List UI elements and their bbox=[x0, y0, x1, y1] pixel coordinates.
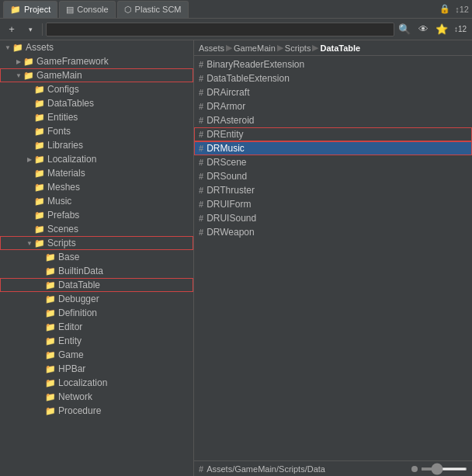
file-item-drmusic[interactable]: #DRMusic bbox=[194, 141, 472, 155]
status-slider bbox=[411, 466, 467, 472]
tree-label: Localization bbox=[47, 154, 96, 165]
file-item-drarmor[interactable]: #DRArmor bbox=[194, 99, 472, 113]
toolbar: + ▾ 🔍 👁 ⭐ ↕12 bbox=[0, 19, 472, 40]
tree-item-datatable[interactable]: 📁DataTable bbox=[0, 278, 193, 292]
lock-icon[interactable]: 🔒 bbox=[439, 4, 450, 14]
tree-item-localization[interactable]: ▶📁Localization bbox=[0, 152, 193, 166]
folder-icon: 📁 bbox=[23, 71, 34, 81]
tree-label: Definition bbox=[58, 307, 97, 318]
tree-label: DataTables bbox=[47, 98, 94, 109]
tree-item-base[interactable]: 📁Base bbox=[0, 250, 193, 264]
tree-item-gamemain[interactable]: ▼📁GameMain bbox=[0, 68, 193, 82]
add-dropdown-button[interactable]: ▾ bbox=[22, 22, 39, 37]
tree-item-datatables[interactable]: 📁DataTables bbox=[0, 96, 193, 110]
file-item-drscene[interactable]: #DRScene bbox=[194, 155, 472, 169]
folder-icon: 📁 bbox=[45, 294, 56, 304]
file-item-druisound[interactable]: #DRUISound bbox=[194, 211, 472, 225]
breadcrumb-datatable[interactable]: DataTable bbox=[320, 43, 360, 53]
file-label: DataTableExtension bbox=[206, 73, 290, 84]
file-item-drthruster[interactable]: #DRThruster bbox=[194, 183, 472, 197]
add-button[interactable]: + bbox=[3, 22, 20, 37]
tree-item-fonts[interactable]: 📁Fonts bbox=[0, 124, 193, 138]
cs-icon: # bbox=[199, 102, 203, 111]
file-item-drweapon[interactable]: #DRWeapon bbox=[194, 225, 472, 239]
console-tab-label: Console bbox=[77, 5, 108, 14]
cs-icon: # bbox=[199, 130, 203, 139]
folder-icon: 📁 bbox=[34, 99, 45, 109]
tab-project[interactable]: 📁 Project bbox=[3, 1, 57, 18]
file-label: DRArmor bbox=[206, 101, 245, 112]
tree-item-configs[interactable]: 📁Configs bbox=[0, 82, 193, 96]
tab-plastic[interactable]: ⬡ Plastic SCM bbox=[117, 1, 189, 18]
tree-item-procedure[interactable]: 📁Procedure bbox=[0, 404, 193, 418]
cs-icon: # bbox=[199, 60, 203, 69]
tree-item-editor[interactable]: 📁Editor bbox=[0, 320, 193, 334]
tree-item-assets[interactable]: ▼📁Assets bbox=[0, 40, 193, 54]
tree-item-game[interactable]: 📁Game bbox=[0, 348, 193, 362]
tree-label: Network bbox=[58, 391, 92, 402]
cs-icon: # bbox=[199, 186, 203, 195]
cs-icon: # bbox=[199, 74, 203, 83]
tree-item-entities[interactable]: 📁Entities bbox=[0, 110, 193, 124]
cs-icon: # bbox=[199, 116, 203, 125]
tree-item-localization2[interactable]: 📁Localization bbox=[0, 376, 193, 390]
tree-item-scripts[interactable]: ▼📁Scripts bbox=[0, 236, 193, 250]
tree-item-music[interactable]: 📁Music bbox=[0, 194, 193, 208]
file-item-binaryreaderext[interactable]: #BinaryReaderExtension bbox=[194, 57, 472, 71]
tree-item-prefabs[interactable]: 📁Prefabs bbox=[0, 208, 193, 222]
folder-icon: 📁 bbox=[45, 350, 56, 360]
search-input[interactable] bbox=[50, 25, 390, 34]
cs-icon: # bbox=[199, 158, 203, 167]
arrow-icon: ▶ bbox=[25, 156, 34, 163]
breadcrumb-gamemain[interactable]: GameMain bbox=[234, 43, 276, 53]
breadcrumb-scripts[interactable]: Scripts bbox=[285, 43, 311, 53]
search-box[interactable] bbox=[46, 23, 394, 36]
star-icon-btn[interactable]: ⭐ bbox=[433, 22, 450, 37]
folder-icon: 📁 bbox=[45, 378, 56, 388]
tree-item-debugger[interactable]: 📁Debugger bbox=[0, 292, 193, 306]
folder-icon: 📁 bbox=[34, 141, 45, 151]
tree-item-gameframework[interactable]: ▶📁GameFramework bbox=[0, 54, 193, 68]
tab-console[interactable]: ▤ Console bbox=[59, 1, 115, 18]
project-tab-icon: 📁 bbox=[10, 5, 21, 15]
eye-icon-btn[interactable]: 👁 bbox=[415, 22, 432, 37]
file-list: #BinaryReaderExtension#DataTableExtensio… bbox=[194, 56, 472, 460]
file-item-datatableext[interactable]: #DataTableExtension bbox=[194, 71, 472, 85]
zoom-slider[interactable] bbox=[421, 467, 467, 471]
folder-icon: 📁 bbox=[34, 210, 45, 221]
arrow-icon: ▼ bbox=[3, 44, 12, 51]
search-icon-btn[interactable]: 🔍 bbox=[396, 22, 413, 37]
file-item-druiform[interactable]: #DRUIForm bbox=[194, 197, 472, 211]
file-item-drentity[interactable]: #DREntity bbox=[194, 127, 472, 141]
tree-item-meshes[interactable]: 📁Meshes bbox=[0, 180, 193, 194]
tree-item-builtindata[interactable]: 📁BuiltinData bbox=[0, 264, 193, 278]
project-tab-label: Project bbox=[24, 5, 50, 14]
left-panel: ▼📁Assets▶📁GameFramework▼📁GameMain📁Config… bbox=[0, 40, 194, 476]
folder-icon: 📁 bbox=[45, 266, 56, 276]
folder-icon: 📁 bbox=[34, 182, 45, 193]
badge-count: ↕12 bbox=[455, 5, 469, 14]
breadcrumb-assets[interactable]: Assets bbox=[199, 43, 224, 53]
file-label: DRMusic bbox=[206, 143, 245, 154]
file-item-drasteroid[interactable]: #DRAsteroid bbox=[194, 113, 472, 127]
tree-item-network[interactable]: 📁Network bbox=[0, 390, 193, 404]
tree-label: Music bbox=[47, 196, 71, 207]
tree-item-hpbar[interactable]: 📁HPBar bbox=[0, 362, 193, 376]
console-tab-icon: ▤ bbox=[66, 5, 74, 15]
tree-label: Entity bbox=[58, 335, 82, 346]
tree-label: HPBar bbox=[58, 363, 85, 374]
cs-icon: # bbox=[199, 214, 203, 223]
tree-item-definition[interactable]: 📁Definition bbox=[0, 306, 193, 320]
tree-item-libraries[interactable]: 📁Libraries bbox=[0, 138, 193, 152]
sort-icon-btn[interactable]: ↕12 bbox=[452, 22, 469, 37]
folder-icon: 📁 bbox=[45, 252, 56, 262]
tree-item-entity[interactable]: 📁Entity bbox=[0, 334, 193, 348]
tree-item-materials[interactable]: 📁Materials bbox=[0, 166, 193, 180]
tree-label: GameMain bbox=[36, 70, 82, 81]
file-item-draircraft[interactable]: #DRAircraft bbox=[194, 85, 472, 99]
file-label: BinaryReaderExtension bbox=[206, 59, 304, 70]
file-item-drsound[interactable]: #DRSound bbox=[194, 169, 472, 183]
tree-label: Meshes bbox=[47, 182, 80, 193]
tree-item-scenes[interactable]: 📁Scenes bbox=[0, 222, 193, 236]
tree-label: Libraries bbox=[47, 140, 83, 151]
